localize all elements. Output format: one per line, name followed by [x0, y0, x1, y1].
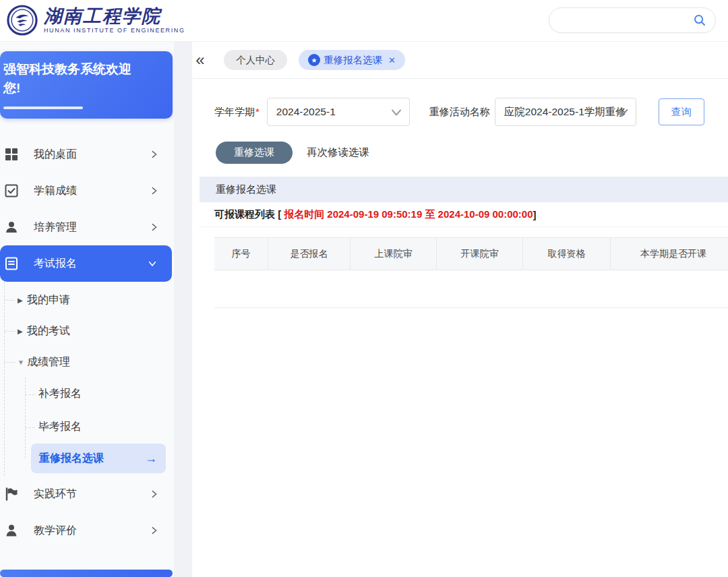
close-tab-icon[interactable]: ✕ [388, 55, 396, 65]
tab-retake-registration-active[interactable]: ★ 重修报名选课 ✕ [299, 50, 405, 70]
university-logo: 湖南工程学院 HUNAN INSTITUTE OF ENGINEERING [7, 5, 185, 36]
sidebar: 强智科技教务系统欢迎您! 我的桌面 学籍成绩 [0, 42, 174, 577]
tree-guide-dash [25, 427, 34, 428]
semester-select[interactable]: 2024-2025-1 [267, 98, 410, 126]
column-header-registered: 是否报名 [268, 238, 351, 270]
chevron-right-icon [150, 489, 159, 499]
submenu-item-retake-registration-selected[interactable]: 重修报名选课 → [31, 444, 166, 473]
tree-guide-dash [25, 394, 34, 395]
logo-name-cn: 湖南工程学院 [44, 7, 185, 26]
semester-select-value: 2024-2025-1 [268, 106, 336, 118]
caret-collapsed-icon[interactable]: ▶ [18, 328, 27, 335]
caret-expanded-icon[interactable]: ▼ [18, 359, 27, 366]
submenu-item-label: 我的考试 [27, 324, 70, 338]
chevron-right-icon [150, 150, 159, 159]
course-selection-subtabs: 重修选课 再次修读选课 [216, 142, 728, 164]
arrow-right-icon: → [145, 452, 157, 466]
submenu-item-graduation-exam-registration[interactable]: 毕考报名 [25, 411, 174, 444]
column-header-class-college-review: 上课院审 [351, 238, 437, 270]
search-icon[interactable] [693, 13, 706, 27]
tree-guide-dash [4, 362, 15, 363]
activity-label: 重修活动名称 [429, 106, 490, 119]
sidebar-main-divider [174, 42, 192, 577]
record-check-icon [4, 183, 19, 198]
sidebar-item-label: 我的桌面 [34, 148, 150, 162]
teacher-person-icon [4, 220, 19, 235]
submenu-item-label: 补考报名 [38, 387, 82, 401]
chevron-right-icon [150, 526, 159, 535]
registration-time-note: 可报课程列表 [ 报名时间 2024-09-19 09:50:19 至 2024… [200, 202, 728, 227]
desktop-grid-icon [4, 147, 19, 162]
top-header: 湖南工程学院 HUNAN INSTITUTE OF ENGINEERING [0, 0, 728, 42]
submenu-item-label: 成绩管理 [27, 355, 70, 369]
semester-label: 学年学期* [214, 106, 260, 119]
caret-collapsed-icon[interactable]: ▶ [18, 297, 27, 304]
course-list-label-suffix: ] [533, 209, 537, 220]
submenu-item-label: 我的申请 [27, 293, 70, 307]
column-header-offering-college-review: 开课院审 [437, 238, 523, 270]
app-window: 湖南工程学院 HUNAN INSTITUTE OF ENGINEERING 强智… [0, 0, 728, 577]
person-icon [4, 523, 19, 538]
exam-form-icon [4, 256, 19, 271]
welcome-card: 强智科技教务系统欢迎您! [0, 51, 173, 119]
welcome-message: 强智科技教务系统欢迎您! [3, 60, 140, 97]
tree-guide-dash [4, 331, 15, 332]
sidebar-item-my-desktop[interactable]: 我的桌面 [0, 136, 174, 173]
submenu-item-label: 重修报名选课 [39, 452, 104, 466]
sidebar-item-exam-registration[interactable]: 考试报名 [0, 245, 172, 282]
submenu-item-my-applications[interactable]: ▶ 我的申请 [0, 284, 174, 315]
filter-row: 学年学期* 2024-2025-1 重修活动名称 应院2024-2025-1学期… [214, 98, 728, 126]
chevron-right-icon [150, 186, 159, 195]
sidebar-item-label: 实践环节 [34, 487, 150, 502]
query-button[interactable]: 查询 [659, 98, 704, 125]
sidebar-menu: 我的桌面 学籍成绩 培养管理 [0, 136, 174, 549]
collapse-tabs-icon[interactable]: « [192, 51, 208, 69]
activity-select[interactable]: 应院2024-2025-1学期重修 [495, 98, 636, 126]
tree-guide-dash [4, 300, 15, 301]
logo-name-en: HUNAN INSTITUTE OF ENGINEERING [44, 27, 185, 34]
grade-management-children: 补考报名 毕考报名 重修报名选课 → [25, 377, 174, 473]
activity-select-value: 应院2024-2025-1学期重修 [495, 105, 626, 119]
sidebar-item-teaching-evaluation[interactable]: 教学评价 [0, 512, 174, 549]
subtab-label: 重修选课 [234, 146, 274, 159]
subtab-retake-selection-active[interactable]: 重修选课 [216, 142, 293, 164]
search-input[interactable] [549, 15, 693, 26]
welcome-underline [3, 107, 83, 109]
open-tabs-bar: « 个人中心 ★ 重修报名选课 ✕ [192, 42, 728, 79]
sidebar-item-label: 学籍成绩 [34, 184, 150, 198]
required-asterisk: * [255, 106, 260, 117]
select-chevron-down-icon [390, 106, 403, 122]
select-chevron-down-icon [617, 106, 630, 121]
submenu-item-grade-management[interactable]: ▼ 成绩管理 [0, 346, 174, 377]
sidebar-item-training-management[interactable]: 培养管理 [0, 209, 174, 245]
available-courses-table: 序号 是否报名 上课院审 开课院审 取得资格 本学期是否开课 [214, 237, 728, 308]
sidebar-item-practice-sessions[interactable]: 实践环节 [0, 476, 174, 512]
tab-label: 个人中心 [236, 54, 275, 67]
course-list-label: 可报课程列表 [ [214, 208, 281, 221]
pinned-star-icon: ★ [308, 54, 320, 66]
university-emblem-icon [7, 5, 38, 36]
column-header-offered-this-semester: 本学期是否开课 [611, 238, 728, 270]
column-header-qualification: 取得资格 [523, 238, 611, 270]
registration-period-text: 报名时间 2024-09-19 09:50:19 至 2024-10-09 00… [284, 208, 533, 221]
sidebar-horizontal-scrollbar[interactable] [0, 570, 173, 577]
submenu-item-makeup-exam-registration[interactable]: 补考报名 [25, 377, 174, 411]
table-empty-body [214, 270, 728, 308]
sidebar-item-label: 教学评价 [34, 524, 150, 538]
sidebar-item-student-records[interactable]: 学籍成绩 [0, 173, 174, 209]
panel-title: 重修报名选课 [216, 183, 276, 196]
chevron-down-icon [148, 259, 157, 268]
table-header-row: 序号 是否报名 上课院审 开课院审 取得资格 本学期是否开课 [214, 237, 728, 270]
submenu-item-my-exams[interactable]: ▶ 我的考试 [0, 315, 174, 346]
submenu-item-label: 毕考报名 [38, 420, 82, 434]
sidebar-item-label: 考试报名 [34, 257, 148, 271]
flag-icon [4, 487, 19, 502]
logo-text-block: 湖南工程学院 HUNAN INSTITUTE OF ENGINEERING [44, 7, 185, 34]
tab-personal-center[interactable]: 个人中心 [224, 50, 287, 70]
main-content: « 个人中心 ★ 重修报名选课 ✕ 学年学期* 2024-2025-1 重修活动… [192, 42, 728, 577]
exam-registration-submenu: ▶ 我的申请 ▶ 我的考试 ▼ 成绩管理 补考 [0, 282, 174, 476]
sidebar-item-label: 培养管理 [34, 220, 150, 235]
subtab-restudy-selection[interactable]: 再次修读选课 [307, 146, 369, 160]
panel-title-bar: 重修报名选课 [200, 177, 728, 202]
column-header-index: 序号 [214, 238, 268, 270]
